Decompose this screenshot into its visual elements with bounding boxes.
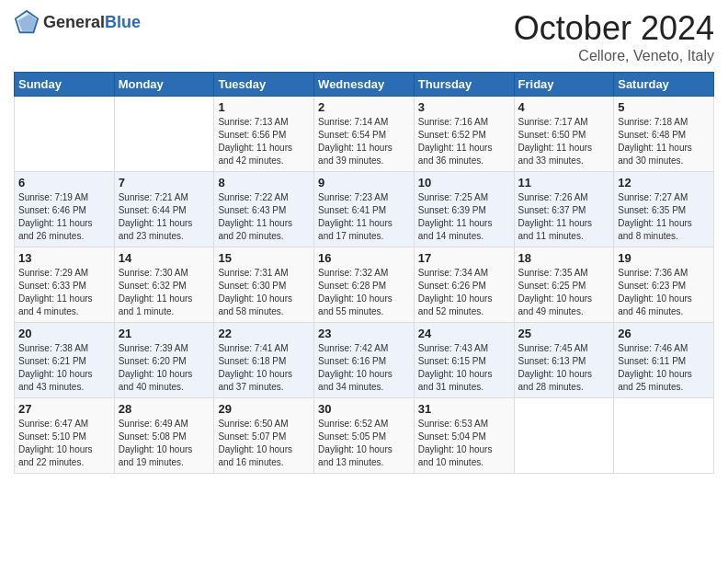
calendar-cell: 20Sunrise: 7:38 AM Sunset: 6:21 PM Dayli…	[15, 323, 115, 398]
day-info: Sunrise: 7:35 AM Sunset: 6:25 PM Dayligh…	[518, 267, 610, 318]
day-number: 26	[618, 327, 710, 340]
day-info: Sunrise: 7:46 AM Sunset: 6:11 PM Dayligh…	[618, 342, 710, 394]
day-number: 5	[618, 100, 710, 114]
day-info: Sunrise: 7:38 AM Sunset: 6:21 PM Dayligh…	[18, 342, 110, 394]
calendar-cell: 23Sunrise: 7:42 AM Sunset: 6:16 PM Dayli…	[314, 323, 415, 398]
day-number: 8	[218, 176, 310, 190]
calendar-cell: 31Sunrise: 6:53 AM Sunset: 5:04 PM Dayli…	[414, 398, 514, 474]
header-thursday: Thursday	[414, 73, 514, 97]
day-info: Sunrise: 7:32 AM Sunset: 6:28 PM Dayligh…	[318, 267, 410, 318]
day-number: 19	[618, 251, 710, 265]
day-info: Sunrise: 7:45 AM Sunset: 6:13 PM Dayligh…	[518, 342, 610, 394]
day-info: Sunrise: 7:23 AM Sunset: 6:41 PM Dayligh…	[318, 191, 410, 243]
calendar-cell: 29Sunrise: 6:50 AM Sunset: 5:07 PM Dayli…	[214, 398, 314, 474]
day-info: Sunrise: 7:19 AM Sunset: 6:46 PM Dayligh…	[18, 191, 110, 243]
calendar-week-1: 1Sunrise: 7:13 AM Sunset: 6:56 PM Daylig…	[15, 97, 714, 172]
calendar-cell: 14Sunrise: 7:30 AM Sunset: 6:32 PM Dayli…	[114, 247, 214, 323]
day-info: Sunrise: 7:34 AM Sunset: 6:26 PM Dayligh…	[418, 267, 510, 318]
day-info: Sunrise: 7:18 AM Sunset: 6:48 PM Dayligh…	[618, 116, 710, 167]
month-title: October 2024	[514, 9, 714, 48]
calendar-table: Sunday Monday Tuesday Wednesday Thursday…	[14, 72, 714, 474]
day-number: 28	[119, 402, 210, 416]
day-info: Sunrise: 7:29 AM Sunset: 6:33 PM Dayligh…	[18, 267, 110, 318]
day-number: 23	[318, 327, 410, 340]
calendar-week-2: 6Sunrise: 7:19 AM Sunset: 6:46 PM Daylig…	[15, 172, 714, 247]
calendar-cell: 3Sunrise: 7:16 AM Sunset: 6:52 PM Daylig…	[414, 97, 514, 172]
day-number: 11	[518, 176, 610, 190]
title-block: October 2024 Cellore, Veneto, Italy	[514, 9, 714, 64]
day-info: Sunrise: 7:25 AM Sunset: 6:39 PM Dayligh…	[418, 191, 510, 243]
calendar-cell: 26Sunrise: 7:46 AM Sunset: 6:11 PM Dayli…	[614, 323, 714, 398]
logo-icon	[14, 9, 40, 35]
logo-general: General	[43, 13, 105, 31]
calendar-cell	[614, 398, 714, 474]
day-info: Sunrise: 6:53 AM Sunset: 5:04 PM Dayligh…	[418, 418, 510, 469]
calendar-cell: 5Sunrise: 7:18 AM Sunset: 6:48 PM Daylig…	[614, 97, 714, 172]
day-number: 9	[318, 176, 410, 190]
calendar-cell	[15, 97, 115, 172]
calendar-cell: 1Sunrise: 7:13 AM Sunset: 6:56 PM Daylig…	[214, 97, 314, 172]
day-number: 30	[318, 402, 410, 416]
calendar-page: GeneralBlue October 2024 Cellore, Veneto…	[0, 0, 728, 563]
day-info: Sunrise: 6:50 AM Sunset: 5:07 PM Dayligh…	[218, 418, 310, 469]
day-number: 15	[218, 251, 310, 265]
day-info: Sunrise: 7:22 AM Sunset: 6:43 PM Dayligh…	[218, 191, 310, 243]
logo-blue: Blue	[105, 13, 141, 31]
day-number: 17	[418, 251, 510, 265]
calendar-cell	[114, 97, 214, 172]
day-info: Sunrise: 7:16 AM Sunset: 6:52 PM Dayligh…	[418, 116, 510, 167]
day-info: Sunrise: 7:39 AM Sunset: 6:20 PM Dayligh…	[119, 342, 210, 394]
calendar-cell: 19Sunrise: 7:36 AM Sunset: 6:23 PM Dayli…	[614, 247, 714, 323]
calendar-cell: 6Sunrise: 7:19 AM Sunset: 6:46 PM Daylig…	[15, 172, 115, 247]
day-info: Sunrise: 7:36 AM Sunset: 6:23 PM Dayligh…	[618, 267, 710, 318]
page-header: GeneralBlue October 2024 Cellore, Veneto…	[14, 9, 714, 64]
header-friday: Friday	[514, 73, 614, 97]
calendar-cell: 13Sunrise: 7:29 AM Sunset: 6:33 PM Dayli…	[15, 247, 115, 323]
day-info: Sunrise: 7:13 AM Sunset: 6:56 PM Dayligh…	[218, 116, 310, 167]
calendar-cell: 22Sunrise: 7:41 AM Sunset: 6:18 PM Dayli…	[214, 323, 314, 398]
calendar-cell: 30Sunrise: 6:52 AM Sunset: 5:05 PM Dayli…	[314, 398, 415, 474]
day-number: 16	[318, 251, 410, 265]
day-number: 18	[518, 251, 610, 265]
calendar-cell: 28Sunrise: 6:49 AM Sunset: 5:08 PM Dayli…	[114, 398, 214, 474]
day-number: 4	[518, 100, 610, 114]
day-info: Sunrise: 7:31 AM Sunset: 6:30 PM Dayligh…	[218, 267, 310, 318]
location-title: Cellore, Veneto, Italy	[514, 48, 714, 64]
calendar-cell: 27Sunrise: 6:47 AM Sunset: 5:10 PM Dayli…	[15, 398, 115, 474]
header-monday: Monday	[114, 73, 214, 97]
day-number: 27	[18, 402, 110, 416]
day-info: Sunrise: 7:21 AM Sunset: 6:44 PM Dayligh…	[119, 191, 210, 243]
calendar-cell: 8Sunrise: 7:22 AM Sunset: 6:43 PM Daylig…	[214, 172, 314, 247]
day-info: Sunrise: 7:43 AM Sunset: 6:15 PM Dayligh…	[418, 342, 510, 394]
calendar-cell	[514, 398, 614, 474]
calendar-cell: 15Sunrise: 7:31 AM Sunset: 6:30 PM Dayli…	[214, 247, 314, 323]
day-number: 7	[119, 176, 210, 190]
calendar-cell: 21Sunrise: 7:39 AM Sunset: 6:20 PM Dayli…	[114, 323, 214, 398]
day-number: 22	[218, 327, 310, 340]
calendar-week-4: 20Sunrise: 7:38 AM Sunset: 6:21 PM Dayli…	[15, 323, 714, 398]
day-number: 14	[119, 251, 210, 265]
header-wednesday: Wednesday	[314, 73, 415, 97]
header-sunday: Sunday	[15, 73, 115, 97]
day-number: 21	[119, 327, 210, 340]
calendar-cell: 9Sunrise: 7:23 AM Sunset: 6:41 PM Daylig…	[314, 172, 415, 247]
day-number: 29	[218, 402, 310, 416]
day-info: Sunrise: 6:49 AM Sunset: 5:08 PM Dayligh…	[119, 418, 210, 469]
day-info: Sunrise: 6:47 AM Sunset: 5:10 PM Dayligh…	[18, 418, 110, 469]
day-number: 3	[418, 100, 510, 114]
day-number: 20	[18, 327, 110, 340]
calendar-cell: 12Sunrise: 7:27 AM Sunset: 6:35 PM Dayli…	[614, 172, 714, 247]
day-info: Sunrise: 7:30 AM Sunset: 6:32 PM Dayligh…	[119, 267, 210, 318]
day-number: 6	[18, 176, 110, 190]
day-number: 12	[618, 176, 710, 190]
calendar-cell: 17Sunrise: 7:34 AM Sunset: 6:26 PM Dayli…	[414, 247, 514, 323]
header-row: Sunday Monday Tuesday Wednesday Thursday…	[15, 73, 714, 97]
calendar-cell: 18Sunrise: 7:35 AM Sunset: 6:25 PM Dayli…	[514, 247, 614, 323]
day-number: 31	[418, 402, 510, 416]
calendar-cell: 25Sunrise: 7:45 AM Sunset: 6:13 PM Dayli…	[514, 323, 614, 398]
calendar-cell: 7Sunrise: 7:21 AM Sunset: 6:44 PM Daylig…	[114, 172, 214, 247]
logo: GeneralBlue	[14, 9, 141, 35]
calendar-cell: 11Sunrise: 7:26 AM Sunset: 6:37 PM Dayli…	[514, 172, 614, 247]
day-number: 1	[218, 100, 310, 114]
day-number: 24	[418, 327, 510, 340]
